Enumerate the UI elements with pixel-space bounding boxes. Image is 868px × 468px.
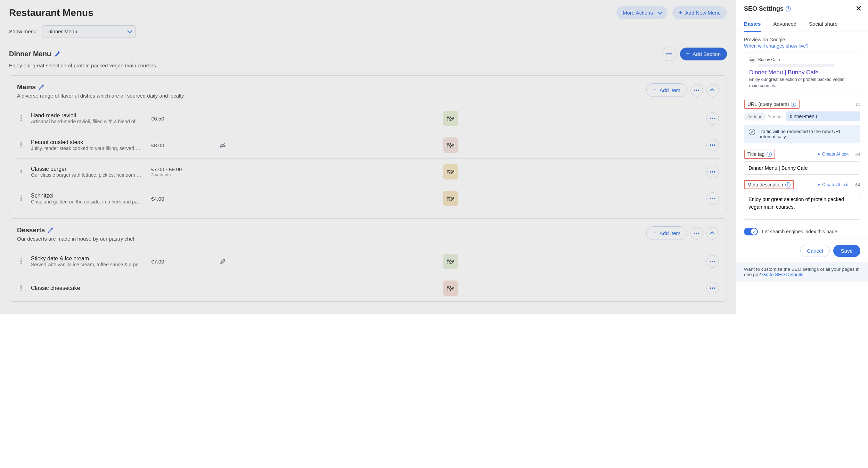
menu-description: Enjoy our great selection of protein pac…: [9, 62, 727, 68]
item-more-button[interactable]: [706, 139, 719, 151]
meta-create-ai-text-link[interactable]: ✦ Create AI text: [817, 182, 849, 187]
menu-name: Dinner Menu: [9, 50, 51, 58]
item-name: Schnitzel: [31, 193, 146, 199]
panel-title: SEO Settings: [744, 5, 784, 12]
menu-item-row[interactable]: ⠿⠿ Sticky date & ice cream Served with v…: [17, 248, 719, 275]
add-section-button[interactable]: +Add Section: [680, 48, 727, 60]
page-title: Restaurant Menus: [9, 7, 93, 18]
item-description: Our classic burger with lettuce, pickles…: [31, 172, 146, 178]
seo-settings-panel: SEO Settings? ✕ Basics Advanced Social s…: [736, 0, 868, 282]
help-icon[interactable]: ?: [786, 6, 791, 11]
edit-icon[interactable]: [48, 227, 54, 233]
menu-section-card: MainsA diverse range of flavorful dishes…: [9, 75, 727, 212]
preview-live-link[interactable]: When will changes show live?: [744, 43, 860, 49]
item-name: Classic burger: [31, 166, 146, 172]
google-result-title: Dinner Menu | Bunny Cafe: [749, 69, 855, 76]
info-icon[interactable]: i: [791, 102, 796, 107]
index-page-toggle[interactable]: ✓: [744, 228, 758, 235]
item-more-button[interactable]: [706, 282, 719, 294]
title-tag-input[interactable]: [744, 161, 860, 175]
menu-item-row[interactable]: ⠿⠿ Peanut crusted steak Juicy, tender st…: [17, 132, 719, 158]
tab-social-share[interactable]: Social share: [809, 17, 838, 32]
menu-item-row[interactable]: ⠿⠿ Classic burger Our classic burger wit…: [17, 158, 719, 185]
plus-icon: +: [679, 9, 682, 16]
url-query-prefix: ?menu=: [768, 114, 784, 119]
meta-description-input[interactable]: [744, 192, 860, 220]
title-tag-label: Title tagi: [744, 150, 775, 159]
collapse-button[interactable]: [706, 84, 719, 97]
plus-icon: +: [653, 229, 657, 237]
url-path-chip: /menus: [744, 112, 766, 120]
drag-handle-icon[interactable]: ⠿⠿: [17, 197, 25, 201]
section-title: Mains: [17, 83, 184, 91]
menu-select[interactable]: Dinner Menu: [42, 25, 136, 37]
item-more-button[interactable]: [706, 255, 719, 268]
section-subtitle: A diverse range of flavorful dishes whic…: [17, 93, 184, 99]
info-icon[interactable]: i: [767, 152, 772, 157]
add-item-label: Add Item: [660, 230, 680, 236]
item-more-button[interactable]: [706, 166, 719, 178]
menu-item-row[interactable]: ⠿⠿ Hand-made ravioli Artisanal hand-made…: [17, 105, 719, 132]
menu-item-row[interactable]: ⠿⠿ Classic cheesecake 🍽: [17, 275, 719, 301]
title-char-count: 24: [855, 152, 860, 157]
collapse-button[interactable]: [706, 227, 719, 240]
item-thumbnail: 🍽: [443, 164, 458, 179]
more-actions-button[interactable]: More Actions: [616, 6, 668, 19]
section-subtitle: Our desserts are made in house by our pa…: [17, 236, 134, 242]
item-price: €4.00: [151, 196, 196, 202]
info-icon[interactable]: i: [785, 182, 791, 187]
url-field-label: URL (query param)i: [744, 100, 800, 109]
tab-basics[interactable]: Basics: [744, 17, 761, 32]
drag-handle-icon[interactable]: ⠿⠿: [17, 259, 25, 264]
edit-icon[interactable]: [39, 84, 45, 90]
redirect-notice-text: Traffic will be redirected to the new UR…: [759, 129, 855, 139]
add-new-menu-label: Add New Menu: [685, 10, 721, 16]
item-description: Crisp and golden on the outside, in a he…: [31, 199, 146, 204]
item-more-button[interactable]: [706, 192, 719, 205]
section-more-button[interactable]: [690, 227, 703, 240]
plus-icon: +: [686, 50, 690, 58]
menu-select-value: Dinner Menu: [47, 28, 77, 34]
check-circle-icon: [749, 129, 755, 135]
item-price: €6.50: [151, 116, 196, 122]
item-thumbnail: 🍽: [443, 281, 458, 296]
menu-more-button[interactable]: [662, 47, 677, 61]
plus-icon: +: [653, 86, 657, 94]
item-name: Sticky date & ice cream: [31, 256, 146, 262]
add-item-label: Add Item: [660, 87, 680, 93]
cancel-button[interactable]: Cancel: [800, 245, 830, 257]
url-char-count: 11: [855, 102, 860, 107]
drag-handle-icon[interactable]: ⠿⠿: [17, 116, 25, 120]
drag-handle-icon[interactable]: ⠿⠿: [17, 170, 25, 174]
item-thumbnail: 🍽: [443, 111, 458, 126]
save-button[interactable]: Save: [833, 245, 860, 257]
add-item-button[interactable]: +Add Item: [646, 83, 687, 97]
preview-label: Preview on Google: [744, 37, 860, 42]
tab-advanced[interactable]: Advanced: [773, 17, 796, 32]
seo-defaults-link[interactable]: Go to SEO Defaults: [762, 272, 804, 277]
item-description: Artisanal hand-made ravioli, filled with…: [31, 119, 146, 124]
section-title: Desserts: [17, 226, 134, 234]
close-icon[interactable]: ✕: [855, 4, 862, 13]
item-price: €7.00 - €9.00: [151, 166, 196, 172]
leaf-icon: [219, 258, 226, 265]
toggle-knob-check-icon: ✓: [751, 228, 757, 235]
drag-handle-icon[interactable]: ⠿⠿: [17, 143, 25, 147]
item-name: Classic cheesecake: [31, 285, 146, 291]
item-more-button[interactable]: [706, 112, 719, 125]
no-dish-icon: [219, 142, 226, 149]
seo-defaults-footer: Want to customize the SEO settings of al…: [736, 262, 868, 282]
item-thumbnail: 🍽: [443, 254, 458, 269]
item-thumbnail: 🍽: [443, 191, 458, 206]
menu-item-row[interactable]: ⠿⠿ Schnitzel Crisp and golden on the out…: [17, 185, 719, 212]
url-slug-input[interactable]: dinner-menu: [786, 111, 860, 121]
add-item-button[interactable]: +Add Item: [646, 226, 687, 240]
add-new-menu-button[interactable]: +Add New Menu: [672, 6, 727, 19]
section-more-button[interactable]: [690, 84, 703, 97]
drag-handle-icon[interactable]: ⠿⠿: [17, 286, 25, 290]
item-name: Hand-made ravioli: [31, 112, 146, 119]
title-create-ai-text-link[interactable]: ✦ Create AI text: [817, 152, 849, 157]
chevron-down-icon: [125, 28, 131, 34]
edit-icon[interactable]: [55, 51, 61, 57]
google-preview-card: wixBunny Cafe Dinner Menu | Bunny Cafe E…: [744, 52, 860, 93]
